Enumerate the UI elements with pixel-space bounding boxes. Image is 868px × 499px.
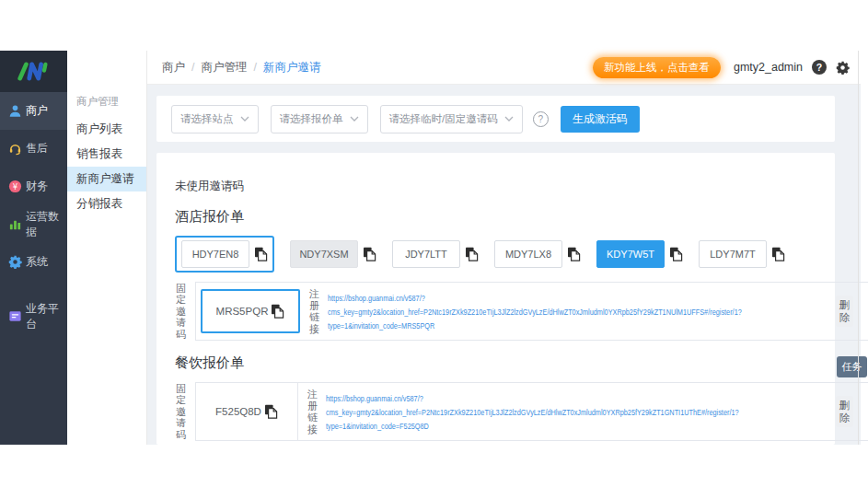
platform-icon <box>7 309 22 324</box>
sidebar-item-label: 运营数据 <box>26 209 67 240</box>
fixed-code-box: F525Q8D 注册链接 https://bshop.guanmai.cn/v5… <box>195 382 868 441</box>
task-tab[interactable]: 任务 <box>837 356 867 377</box>
submenu-item-distribution-report[interactable]: 分销报表 <box>67 191 146 216</box>
quote-select-placeholder: 请选择报价单 <box>280 112 343 126</box>
invite-code[interactable]: MDY7LX8 <box>494 240 562 268</box>
fixed-code-value: F525Q8D <box>215 406 261 417</box>
code-type-select[interactable]: 请选择临时/固定邀请码 <box>380 105 523 133</box>
sidebar-item-label: 系统 <box>26 254 48 270</box>
hotel-quote-title: 酒店报价单 <box>175 208 822 226</box>
register-link-text[interactable]: https://bshop.guanmai.cn/v587/? cms_key=… <box>328 291 769 332</box>
invite-code-chip: KDY7W5T <box>596 240 683 268</box>
sidebar-item-label: 财务 <box>26 179 48 194</box>
sidebar-item-business-platform[interactable]: 业务平台 <box>0 297 67 335</box>
topbar-right: 新功能上线，点击查看 gmty2_admin ? <box>593 57 850 78</box>
url-line: https://bshop.guanmai.cn/v587/? <box>328 291 769 305</box>
register-link-label: 注册链接 <box>308 288 320 334</box>
chevron-down-icon <box>504 116 514 122</box>
hotel-code-chips: HDY7EN8 NDY7XSM JDY7LTT MDY7LX8 <box>175 237 822 272</box>
copy-icon[interactable] <box>264 404 278 419</box>
copy-icon[interactable] <box>271 304 284 319</box>
copy-icon[interactable] <box>363 247 376 261</box>
code-type-placeholder: 请选择临时/固定邀请码 <box>389 112 498 126</box>
fixed-code-label: 固定邀请码 <box>175 383 187 441</box>
site-select-placeholder: 请选择站点 <box>180 112 234 126</box>
invite-code-chip: JDY7LTT <box>392 240 479 268</box>
invite-code-chip: HDY7EN8 <box>181 240 268 268</box>
sidebar-item-aftersales[interactable]: 售后 <box>0 130 67 168</box>
primary-nav: 商户 售后 ¥ 财务 运营数据 <box>0 92 67 335</box>
generate-code-button[interactable]: 生成激活码 <box>561 106 640 133</box>
settings-gear-icon[interactable] <box>836 61 850 75</box>
copy-icon[interactable] <box>567 247 581 261</box>
delete-button[interactable]: 删除 <box>836 396 853 427</box>
url-line: type=1&invitation_code=F525Q8D <box>326 419 767 433</box>
question-circle-icon[interactable]: ? <box>533 111 549 127</box>
url-line: cms_key=gmty2&location_href=P2Ntc19rZXk9… <box>328 305 769 319</box>
help-icon[interactable]: ? <box>812 60 827 75</box>
breadcrumb-merchant[interactable]: 商户 <box>162 60 185 75</box>
submenu-item-merchant-list[interactable]: 商户列表 <box>67 117 146 142</box>
invite-code[interactable]: NDY7XSM <box>290 240 358 268</box>
app-logo[interactable] <box>0 51 67 92</box>
invite-code-chip-selected: HDY7EN8 <box>175 236 274 273</box>
url-line: cms_key=gmty2&location_href=P2Ntc19rZXk9… <box>326 405 767 419</box>
svg-text:¥: ¥ <box>12 182 17 191</box>
sidebar-item-label: 售后 <box>26 141 48 157</box>
hotel-fixed-code-row: 固定邀请码 MRS5PQR 注册链接 https://bshop.guanmai… <box>175 282 822 341</box>
invite-code[interactable]: JDY7LTT <box>392 240 460 268</box>
invite-code-chip: NDY7XSM <box>290 240 376 268</box>
breadcrumb: 商户 / 商户管理 / 新商户邀请 <box>162 60 320 75</box>
fixed-code-cell: F525Q8D <box>196 383 298 440</box>
register-link: https://bshop.guanmai.cn/v587/? cms_key=… <box>326 391 868 433</box>
submenu-item-new-merchant-invite[interactable]: 新商户邀请 <box>67 167 146 191</box>
breadcrumb-separator: / <box>253 61 256 74</box>
copy-icon[interactable] <box>771 247 785 261</box>
scrollbar[interactable] <box>858 51 859 445</box>
submenu-item-sales-report[interactable]: 销售报表 <box>67 142 146 167</box>
sidebar-item-system[interactable]: 系统 <box>0 243 67 281</box>
register-link-text[interactable]: https://bshop.guanmai.cn/v587/? cms_key=… <box>326 391 767 433</box>
chevron-down-icon <box>240 116 249 122</box>
sidebar-item-operations-data[interactable]: 运营数据 <box>0 205 67 243</box>
gear-icon <box>7 255 22 270</box>
breadcrumb-merchant-management[interactable]: 商户管理 <box>201 60 247 75</box>
chevron-down-icon <box>350 116 359 122</box>
copy-icon[interactable] <box>254 247 268 261</box>
quote-select[interactable]: 请选择报价单 <box>271 105 368 133</box>
fixed-code-cell: MRS5PQR <box>201 289 300 333</box>
top-bar: 商户 / 商户管理 / 新商户邀请 新功能上线，点击查看 gmty2_admin… <box>147 51 861 85</box>
site-select[interactable]: 请选择站点 <box>171 105 259 133</box>
primary-sidebar: 商户 售后 ¥ 财务 运营数据 <box>0 51 67 445</box>
username[interactable]: gmty2_admin <box>734 61 803 74</box>
yen-circle-icon: ¥ <box>7 180 22 194</box>
breadcrumb-current: 新商户邀请 <box>263 60 321 75</box>
sidebar-item-label: 商户 <box>26 103 48 119</box>
invite-code-chip: MDY7LX8 <box>494 240 581 268</box>
register-link-label: 注册链接 <box>307 389 318 435</box>
invite-code[interactable]: KDY7W5T <box>596 240 665 268</box>
fixed-code-value: MRS5PQR <box>216 306 269 317</box>
invite-code-chip: LDY7M7T <box>699 240 785 268</box>
catering-quote-title: 餐饮报价单 <box>175 354 822 372</box>
merchant-person-icon <box>7 104 22 119</box>
screenshot-canvas: 商户 售后 ¥ 财务 运营数据 <box>0 0 868 499</box>
breadcrumb-separator: / <box>191 61 194 74</box>
catering-fixed-code-row: 固定邀请码 F525Q8D 注册链接 https://bshop.guanmai… <box>175 382 822 441</box>
secondary-sidebar: 商户管理 商户列表 销售报表 新商户邀请 分销报表 <box>67 51 147 445</box>
new-feature-badge[interactable]: 新功能上线，点击查看 <box>593 57 721 78</box>
sidebar-item-merchant[interactable]: 商户 <box>0 92 67 130</box>
invite-code[interactable]: HDY7EN8 <box>181 240 249 268</box>
copy-icon[interactable] <box>669 247 683 261</box>
logo-icon <box>15 60 53 83</box>
invite-code[interactable]: LDY7M7T <box>699 240 767 268</box>
copy-icon[interactable] <box>465 247 479 261</box>
fixed-code-label: 固定邀请码 <box>175 283 187 341</box>
submenu-header: 商户管理 <box>76 95 146 109</box>
sidebar-item-finance[interactable]: ¥ 财务 <box>0 168 67 205</box>
filter-card: 请选择站点 请选择报价单 请选择临时/固定邀请码 ? 生成激活码 <box>156 96 835 142</box>
delete-button[interactable]: 删除 <box>836 296 853 327</box>
url-line: type=1&invitation_code=MRS5PQR <box>328 319 769 332</box>
unused-codes-title: 未使用邀请码 <box>175 179 822 194</box>
sidebar-item-label: 业务平台 <box>26 301 67 332</box>
